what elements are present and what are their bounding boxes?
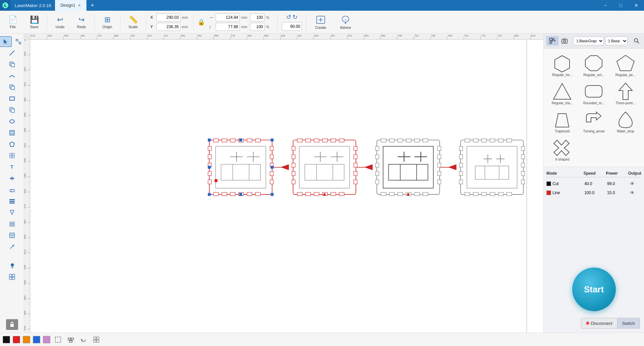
curve-tool[interactable] <box>6 70 18 81</box>
arrow-tool[interactable] <box>6 241 18 252</box>
shapes-tab-button[interactable] <box>546 36 558 46</box>
rect2-tool[interactable] <box>6 105 18 115</box>
layers-tool[interactable] <box>6 219 18 229</box>
text-tool[interactable]: T <box>6 162 18 172</box>
scale-button[interactable]: 📏 Scale <box>123 12 143 32</box>
shape-x[interactable]: X-shaped <box>548 137 577 163</box>
width-unit: mm <box>241 15 249 19</box>
create-button[interactable]: Create <box>309 12 332 32</box>
svg-text:474: 474 <box>24 204 26 209</box>
svg-rect-49 <box>12 277 15 280</box>
line-visibility-icon[interactable]: 👁 <box>630 190 641 195</box>
shape-rounded-rect[interactable]: Rounded_re... <box>579 81 608 106</box>
x-input[interactable] <box>156 13 180 21</box>
height-pct-input[interactable] <box>250 23 265 31</box>
spinner-tool[interactable]: ⧭ <box>6 260 18 271</box>
svg-rect-312 <box>68 338 70 340</box>
color-black[interactable] <box>3 336 10 343</box>
camera-tab-button[interactable] <box>558 36 571 46</box>
redo-button[interactable]: ↪ Redo <box>71 12 92 32</box>
svg-rect-205 <box>306 192 311 196</box>
rotate-ccw-button[interactable]: ↺ <box>286 13 291 21</box>
save-button[interactable]: 💾 Save <box>24 12 44 32</box>
duplicate-tool[interactable] <box>6 59 18 70</box>
cut-mode-name: Cut <box>552 181 559 186</box>
start-button[interactable]: Start <box>572 268 616 311</box>
mode-row-cut[interactable]: Cut 40.0 99.0 👁 <box>546 179 641 188</box>
new-tab-button[interactable]: + <box>88 1 97 10</box>
grid3-tool[interactable] <box>6 272 18 282</box>
origin-label: Origin <box>102 25 112 29</box>
shape-arrow-up[interactable]: Three-point... <box>611 81 640 106</box>
color-orange[interactable] <box>23 336 30 343</box>
group-tool[interactable] <box>66 335 76 345</box>
eraser-tool[interactable] <box>6 184 18 195</box>
svg-marker-30 <box>10 177 12 180</box>
advice-button[interactable]: Advice <box>334 12 357 32</box>
shape-octagon[interactable]: Regular_oct... <box>579 53 608 78</box>
select-tool[interactable] <box>0 36 12 47</box>
switch-button[interactable]: Switch <box>618 318 640 329</box>
minimize-button[interactable]: − <box>598 0 613 11</box>
canvas[interactable] <box>30 40 543 333</box>
shape-turning-arrow[interactable]: Turning_arrow <box>579 109 608 134</box>
redo-label: Redo <box>77 25 86 29</box>
mirror-tool[interactable] <box>6 173 18 184</box>
node-edit-tool[interactable] <box>12 36 24 47</box>
create-label: Create <box>315 25 326 30</box>
tab-close-icon[interactable]: × <box>78 3 80 8</box>
design-box-1[interactable] <box>208 139 273 196</box>
svg-rect-188 <box>239 139 242 141</box>
ellipse-tool[interactable] <box>6 116 18 127</box>
lock-tool[interactable] <box>6 319 18 330</box>
svg-rect-169 <box>208 155 211 159</box>
svg-rect-319 <box>97 340 99 342</box>
cut-visibility-icon[interactable]: 👁 <box>630 181 641 186</box>
mode-table-header: Mode Speed Power Output <box>546 170 641 177</box>
canvas-container[interactable]: 4234364494624754885015145275405535665795… <box>24 34 543 333</box>
file-button[interactable]: 📄 File <box>3 12 23 32</box>
paint-tool[interactable] <box>6 207 18 218</box>
select-all-tool[interactable] <box>53 335 63 345</box>
width-input[interactable] <box>216 13 240 21</box>
rect-tool[interactable] <box>6 93 18 104</box>
rotation-input[interactable] <box>282 22 302 31</box>
shape-hexagon[interactable]: Regular_he... <box>548 53 577 78</box>
color-red[interactable] <box>13 336 20 343</box>
shape-category1-select[interactable]: 1.BasicGrap <box>573 37 604 45</box>
close-button[interactable]: ✕ <box>629 0 644 11</box>
mode-row-line[interactable]: Line 100.0 15.0 👁 <box>546 188 641 197</box>
svg-text:409: 409 <box>24 128 26 132</box>
color-purple[interactable] <box>43 336 50 343</box>
shape-category2-select[interactable]: 1.Basic <box>605 37 628 45</box>
shape-waterdrop[interactable]: Water_drop <box>611 109 640 134</box>
polygon-tool[interactable] <box>6 139 18 150</box>
color-blue[interactable] <box>33 336 40 343</box>
grid-tool[interactable] <box>6 127 18 138</box>
undo-button[interactable]: ↩ Undo <box>50 12 70 32</box>
lock-icon[interactable]: 🔒 <box>198 18 205 26</box>
rotate-cw-button[interactable]: ↻ <box>292 13 298 21</box>
width-pct-input[interactable] <box>250 13 265 21</box>
line-color-swatch <box>546 190 551 195</box>
grid2-tool[interactable] <box>6 150 18 161</box>
create-icon <box>315 15 326 25</box>
shape-hexagon-label: Regular_he... <box>552 73 572 77</box>
height-input[interactable] <box>216 23 240 31</box>
grid-view-tool[interactable] <box>91 335 101 345</box>
shape-pentagon[interactable]: Regular_pe... <box>611 53 640 78</box>
arrange-tool[interactable] <box>6 196 18 207</box>
shape-trapezoid[interactable]: Trapezoid <box>548 109 577 134</box>
refresh-tool[interactable] <box>78 335 89 345</box>
design-tab[interactable]: Design1 × <box>55 0 86 11</box>
line-tool[interactable] <box>6 48 18 58</box>
origin-button[interactable]: ⊞ Origin <box>97 12 117 32</box>
y-input[interactable] <box>156 23 180 31</box>
duplicate2-tool[interactable] <box>6 82 18 93</box>
shape-triangle[interactable]: Regular_tria... <box>548 81 577 106</box>
svg-text:774: 774 <box>481 34 486 37</box>
maximize-button[interactable]: □ <box>613 0 629 11</box>
disconnect-button[interactable]: Disconnect <box>581 318 617 329</box>
search-button[interactable] <box>632 36 641 46</box>
table-tool[interactable] <box>6 230 18 241</box>
